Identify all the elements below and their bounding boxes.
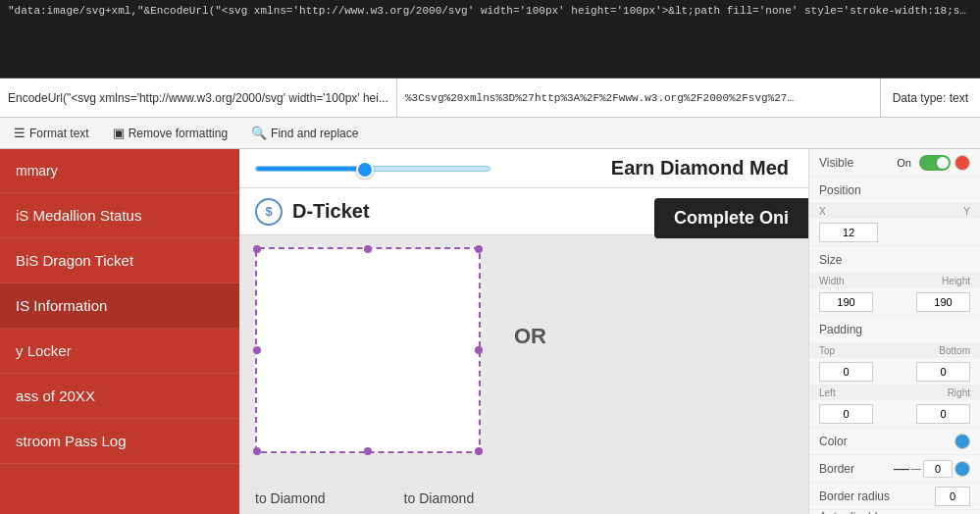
remove-formatting-icon: ▣: [113, 126, 125, 140]
right-label: Right: [948, 387, 970, 398]
visible-toggle[interactable]: [919, 155, 951, 171]
padding-right-input[interactable]: [916, 404, 970, 424]
formula-bar: EncodeUrl("<svg xmlns='http://www.w3.org…: [0, 78, 980, 118]
corner-handle-ml[interactable]: [253, 346, 261, 354]
color-picker[interactable]: [954, 434, 970, 449]
border-label: Border: [819, 462, 854, 476]
right-panel: Visible On Position X Y Size Width Heigh…: [808, 149, 980, 514]
panel-row-padding-tb: [809, 358, 980, 386]
sidebar-item-label: mmary: [16, 163, 58, 179]
size-w-input[interactable]: [819, 292, 873, 312]
sidebar-item-restroom-log[interactable]: stroom Pass Log: [0, 419, 239, 464]
corner-handle-bm[interactable]: [364, 447, 372, 455]
corner-handle-tm[interactable]: [364, 245, 372, 253]
padding-top-input[interactable]: [819, 362, 873, 382]
visible-label: Visible: [819, 156, 853, 170]
corner-handle-br[interactable]: [475, 447, 483, 455]
visible-text: On: [897, 157, 911, 169]
formula-left: EncodeUrl("<svg xmlns='http://www.w3.org…: [0, 78, 397, 117]
sidebar-item-label: iS Medallion Status: [16, 207, 141, 224]
padding-bottom-input[interactable]: [916, 362, 970, 382]
sidebar-item-label: stroom Pass Log: [16, 433, 127, 449]
corner-handle-mr[interactable]: [475, 346, 483, 354]
complete-oni-button[interactable]: Complete Oni: [654, 198, 808, 238]
panel-row-border: Border — —: [809, 455, 980, 483]
sidebar-item-medallion[interactable]: iS Medallion Status: [0, 193, 239, 238]
sidebar-item-class[interactable]: ass of 20XX: [0, 374, 239, 419]
panel-row-auto-disable: Auto disable on sele... On: [809, 510, 980, 514]
canvas-area: Earn Diamond Med $ D-Ticket Complete Oni: [239, 149, 808, 514]
find-replace-button[interactable]: 🔍 Find and replace: [245, 123, 364, 143]
complete-oni-label: Complete Oni: [674, 208, 789, 228]
x-label: X: [819, 206, 826, 217]
slider-fill: [256, 167, 361, 171]
top-label: Top: [819, 345, 835, 356]
earn-diamond-text: Earn Diamond Med: [611, 149, 789, 187]
slider-container: [255, 166, 490, 172]
border-line-style: —: [894, 460, 909, 478]
border-line-style2: —: [911, 463, 921, 474]
border-color-dot[interactable]: [954, 461, 970, 477]
d-ticket-label: D-Ticket: [292, 200, 370, 223]
formula-left-text: EncodeUrl("<svg xmlns='http://www.w3.org…: [8, 91, 388, 105]
panel-row-color: Color: [809, 428, 980, 455]
size-h-input[interactable]: [916, 292, 970, 312]
bottom-label-right: to Diamond: [404, 490, 475, 506]
sidebar-item-label: IS Information: [16, 297, 107, 314]
toolbar: ☰ Format text ▣ Remove formatting 🔍 Find…: [0, 118, 980, 149]
panel-position-subheader: X Y: [809, 204, 980, 219]
position-x-input[interactable]: [819, 223, 878, 242]
bottom-label: Bottom: [939, 345, 970, 356]
sidebar-item-label: ass of 20XX: [16, 387, 95, 404]
y-label: Y: [963, 206, 970, 217]
format-text-label: Format text: [29, 127, 89, 140]
panel-row-size-values: [809, 288, 980, 316]
border-width-input[interactable]: [923, 460, 953, 478]
panel-row-size: Size: [809, 246, 980, 274]
formula-encoded-text: %3Csvg%20xmlns%3D%27http%3A%2F%2Fwww.w3.…: [405, 92, 798, 104]
padding-label: Padding: [819, 323, 862, 336]
border-value: — —: [894, 460, 970, 478]
panel-row-visible: Visible On: [809, 149, 980, 177]
format-text-button[interactable]: ☰ Format text: [8, 123, 95, 143]
bottom-labels: to Diamond to Diamond: [239, 483, 808, 514]
height-label: Height: [942, 276, 970, 286]
visible-value: On: [897, 155, 970, 171]
left-label: Left: [819, 387, 836, 398]
panel-row-border-radius: Border radius: [809, 483, 980, 510]
canvas-content: OR: [239, 235, 808, 483]
sidebar-item-summary[interactable]: mmary: [0, 149, 239, 193]
padding-left-input[interactable]: [819, 404, 873, 424]
find-replace-label: Find and replace: [271, 127, 358, 140]
format-text-icon: ☰: [14, 126, 26, 140]
main-area: mmary iS Medallion Status BiS Dragon Tic…: [0, 149, 980, 514]
corner-handle-bl[interactable]: [253, 447, 261, 455]
panel-row-padding-lr: [809, 400, 980, 428]
code-text: "data:image/svg+xml,"&EncodeUrl("<svg xm…: [8, 5, 980, 17]
corner-handle-tl[interactable]: [253, 245, 261, 253]
formula-type: Data type: text: [880, 78, 980, 117]
find-replace-icon: 🔍: [251, 126, 267, 140]
border-radius-label: Border radius: [819, 489, 890, 503]
or-label: OR: [514, 324, 546, 349]
panel-size-subheader: Width Height: [809, 274, 980, 288]
bottom-label-left: to Diamond: [255, 490, 326, 506]
sidebar-item-dragon-ticket[interactable]: BiS Dragon Ticket: [0, 238, 239, 283]
remove-formatting-label: Remove formatting: [129, 127, 228, 140]
position-label: Position: [819, 183, 861, 197]
sidebar-item-label: BiS Dragon Ticket: [16, 252, 133, 269]
panel-padding-subheader-lr: Left Right: [809, 386, 980, 400]
d-ticket-icon: $: [255, 198, 283, 226]
corner-handle-tr[interactable]: [475, 245, 483, 253]
sidebar-item-locker[interactable]: y Locker: [0, 329, 239, 374]
slider-track: [255, 166, 490, 172]
remove-formatting-button[interactable]: ▣ Remove formatting: [107, 123, 233, 143]
sidebar-item-label: y Locker: [16, 342, 72, 359]
slider-thumb[interactable]: [356, 161, 374, 179]
width-label: Width: [819, 276, 845, 286]
size-label: Size: [819, 253, 842, 267]
panel-padding-subheader-tb: Top Bottom: [809, 343, 980, 358]
sidebar-item-is-information[interactable]: IS Information: [0, 283, 239, 329]
visible-color-dot[interactable]: [954, 155, 970, 171]
border-radius-input[interactable]: [935, 487, 970, 506]
